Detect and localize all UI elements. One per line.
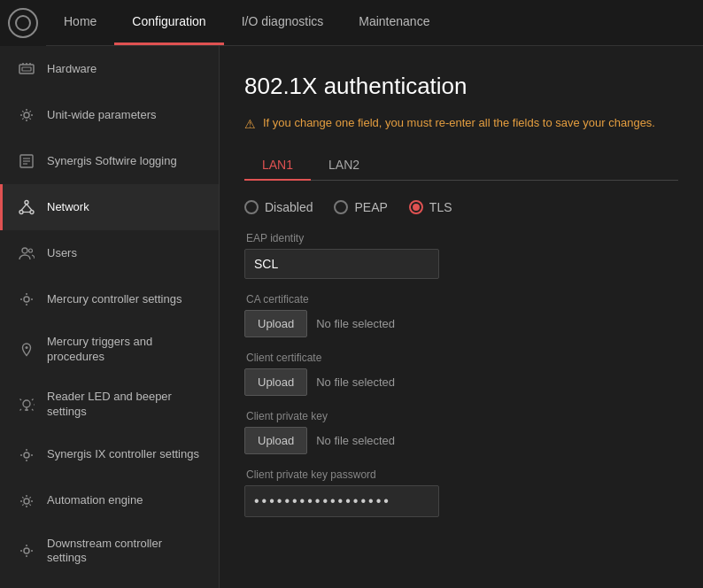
ca-cert-field-group: CA certificate Upload No file selected	[244, 293, 678, 337]
radio-circle-peap	[334, 200, 348, 214]
client-key-file-status: No file selected	[316, 434, 395, 447]
ca-cert-file-status: No file selected	[316, 317, 395, 330]
sidebar-label-mercury-triggers: Mercury triggers and procedures	[47, 335, 205, 365]
mercury-controller-icon	[17, 290, 36, 309]
sidebar: Hardware Unit-wide parameters	[0, 46, 220, 588]
nav-configuration[interactable]: Configuration	[114, 0, 223, 45]
client-cert-label: Client certificate	[244, 352, 678, 364]
radio-disabled[interactable]: Disabled	[244, 200, 313, 214]
reader-led-icon	[17, 395, 36, 414]
sidebar-label-reader-led: Reader LED and beeper settings	[47, 390, 205, 420]
svg-point-23	[24, 548, 29, 553]
radio-circle-disabled	[244, 200, 259, 214]
tab-lan1[interactable]: LAN1	[244, 151, 311, 181]
network-icon	[17, 197, 36, 217]
sidebar-label-hardware: Hardware	[47, 62, 97, 77]
warning-banner: ⚠ If you change one field, you must re-e…	[244, 116, 678, 131]
radio-circle-tls	[409, 200, 423, 214]
sidebar-label-logging: Synergis Softwire logging	[47, 154, 177, 169]
radio-row: Disabled PEAP TLS	[244, 200, 678, 214]
sidebar-label-automation: Automation engine	[47, 493, 143, 508]
ca-cert-upload-button[interactable]: Upload	[244, 310, 307, 337]
warning-icon: ⚠	[244, 117, 256, 131]
sidebar-item-network[interactable]: Network	[0, 184, 219, 230]
svg-line-14	[27, 205, 32, 211]
client-key-label: Client private key	[244, 410, 678, 422]
logging-icon	[17, 151, 36, 171]
mercury-triggers-icon	[17, 340, 36, 360]
sidebar-item-mercury-triggers[interactable]: Mercury triggers and procedures	[0, 322, 219, 377]
sidebar-label-downstream: Downstream controller settings	[47, 537, 205, 567]
sidebar-label-synergis-ix: Synergis IX controller settings	[47, 447, 199, 462]
sidebar-item-downstream[interactable]: Downstream controller settings	[0, 524, 219, 579]
sidebar-item-mercury-controller[interactable]: Mercury controller settings	[0, 276, 219, 322]
client-cert-field-group: Client certificate Upload No file select…	[244, 352, 678, 396]
downstream-icon	[17, 541, 36, 561]
svg-line-13	[21, 205, 27, 211]
svg-point-10	[25, 201, 28, 205]
radio-peap[interactable]: PEAP	[334, 200, 387, 214]
svg-point-5	[24, 112, 29, 118]
svg-point-19	[26, 346, 28, 349]
hardware-icon	[17, 59, 36, 79]
nav-io-diagnostics[interactable]: I/O diagnostics	[224, 0, 342, 45]
client-cert-upload-button[interactable]: Upload	[244, 368, 307, 396]
page-title: 802.1X authentication	[244, 73, 678, 100]
client-key-pwd-label: Client private key password	[244, 468, 678, 481]
sidebar-item-synergis-ix[interactable]: Synergis IX controller settings	[0, 432, 219, 478]
sidebar-item-reader-led[interactable]: Reader LED and beeper settings	[0, 377, 219, 432]
sidebar-item-users[interactable]: Users	[0, 230, 219, 276]
nav-items: Home Configuration I/O diagnostics Maint…	[46, 0, 447, 45]
main-layout: Hardware Unit-wide parameters	[0, 46, 703, 588]
content-area: 802.1X authentication ⚠ If you change on…	[220, 46, 703, 588]
client-cert-file-row: Upload No file selected	[244, 368, 678, 396]
eap-identity-field-group: EAP identity	[244, 232, 678, 279]
users-icon	[17, 244, 36, 263]
svg-point-16	[22, 248, 27, 253]
svg-point-12	[30, 211, 34, 214]
sidebar-label-users: Users	[47, 246, 77, 261]
ca-cert-label: CA certificate	[244, 293, 678, 306]
client-cert-file-status: No file selected	[316, 375, 395, 389]
sidebar-item-automation[interactable]: Automation engine	[0, 478, 219, 524]
radio-label-tls: TLS	[429, 200, 452, 214]
warning-text: If you change one field, you must re-ent…	[263, 116, 655, 129]
unit-wide-icon	[17, 105, 36, 125]
sidebar-item-hardware[interactable]: Hardware	[0, 46, 219, 92]
radio-label-peap: PEAP	[354, 200, 387, 214]
sidebar-item-unit-wide[interactable]: Unit-wide parameters	[0, 92, 219, 138]
sidebar-label-network: Network	[47, 200, 89, 215]
eap-identity-label: EAP identity	[244, 232, 678, 244]
nav-maintenance[interactable]: Maintenance	[341, 0, 447, 45]
sidebar-label-unit-wide: Unit-wide parameters	[47, 108, 157, 123]
svg-point-22	[24, 499, 29, 504]
tab-row: LAN1 LAN2	[244, 151, 678, 181]
logo-inner	[15, 15, 31, 31]
logo-circle	[8, 8, 38, 38]
svg-point-20	[23, 400, 30, 407]
svg-point-21	[24, 453, 29, 458]
client-key-pwd-input[interactable]	[244, 485, 439, 517]
synergis-ix-icon	[17, 445, 36, 465]
client-key-upload-button[interactable]: Upload	[244, 427, 307, 454]
logo	[0, 0, 46, 46]
svg-point-11	[19, 211, 23, 214]
radio-label-disabled: Disabled	[265, 200, 313, 214]
client-key-file-row: Upload No file selected	[244, 427, 678, 454]
tab-lan2[interactable]: LAN2	[311, 151, 377, 181]
radio-tls[interactable]: TLS	[409, 200, 452, 214]
svg-point-18	[24, 297, 29, 302]
nav-home[interactable]: Home	[46, 0, 114, 45]
top-nav: Home Configuration I/O diagnostics Maint…	[0, 0, 703, 46]
client-key-field-group: Client private key Upload No file select…	[244, 410, 678, 454]
svg-rect-1	[22, 67, 31, 71]
automation-icon	[17, 491, 36, 511]
svg-point-17	[29, 249, 33, 252]
sidebar-item-logging[interactable]: Synergis Softwire logging	[0, 138, 219, 184]
client-key-pwd-field-group: Client private key password	[244, 468, 678, 517]
ca-cert-file-row: Upload No file selected	[244, 310, 678, 337]
sidebar-label-mercury-controller: Mercury controller settings	[47, 292, 182, 307]
eap-identity-input[interactable]	[244, 249, 439, 279]
